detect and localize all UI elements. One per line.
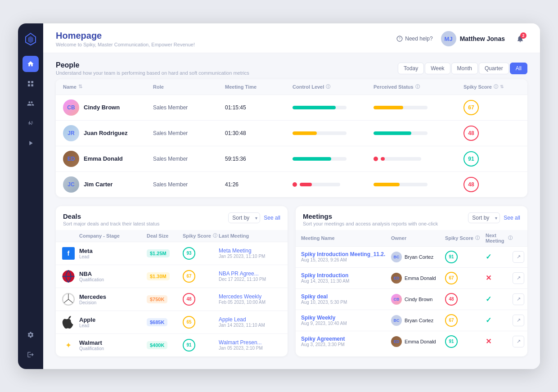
sidebar-item-play[interactable] — [22, 135, 39, 151]
deal-score-mercedes: 48 — [183, 293, 219, 306]
meeting-next-1: ✓ — [486, 252, 513, 261]
meetings-card: Meetings Sort your meetings and access a… — [296, 206, 527, 356]
sidebar-item-grid[interactable] — [22, 76, 39, 92]
notification-badge: 2 — [520, 32, 526, 39]
owner-avatar-5: ED — [391, 336, 402, 347]
people-subtitle: Understand how your team is performing b… — [56, 70, 249, 76]
role-jim: Sales Member — [153, 181, 225, 188]
owner-avatar-4: BC — [391, 315, 402, 326]
avatar-cindy: CB — [63, 99, 79, 116]
meeting-name-5: Spiky Agreement Aug 3, 2023, 3:30 PM — [301, 336, 391, 347]
control-level-jim — [292, 182, 374, 187]
sidebar-item-logout[interactable] — [22, 347, 39, 363]
deal-score-meta: 93 — [183, 247, 219, 260]
info-icon-3: ⓘ — [494, 84, 498, 90]
meetings-th-name: Meeting Name — [301, 233, 391, 243]
sidebar-item-users[interactable] — [22, 95, 39, 112]
deals-controls: Sort by See all — [228, 212, 280, 223]
role-emma: Sales Member — [153, 156, 225, 162]
perceived-status-jim — [374, 183, 464, 186]
deal-score-apple: 65 — [183, 316, 219, 329]
meeting-ext-link-3[interactable]: ↗ — [513, 293, 524, 305]
list-item: Spiky Weekly Aug 9, 2023, 10:40 AM BC Br… — [296, 310, 527, 331]
app-logo — [23, 32, 38, 47]
header: Homepage Welcome to Spiky, Master Commun… — [43, 23, 540, 53]
user-info[interactable]: MJ Matthew Jonas — [441, 31, 505, 46]
list-item: Spiky deal Aug 10, 2023, 5:30 PM CB Cind… — [296, 289, 527, 310]
user-avatar: MJ — [441, 31, 456, 46]
meeting-owner-5: ED Emma Donald — [391, 336, 445, 347]
deals-see-all[interactable]: See all — [264, 215, 280, 221]
meetings-th-owner: Owner — [391, 233, 445, 243]
meetings-sort-wrap[interactable]: Sort by — [468, 212, 500, 223]
deals-card: Deals Sort major deals and track their l… — [56, 206, 288, 356]
score-circle-jim: 48 — [464, 177, 479, 192]
perceived-status-cindy — [374, 106, 464, 109]
content-area: People Understand how your team is perfo… — [43, 53, 540, 369]
deal-logo-meta: f — [61, 246, 76, 261]
filter-today[interactable]: Today — [398, 63, 424, 74]
deal-last-meeting-meta: Meta Meeting Jan 25 2023, 11:10 PM — [219, 248, 288, 259]
deals-sort-select[interactable]: Sort by — [228, 212, 260, 223]
filter-week[interactable]: Week — [425, 63, 450, 74]
table-row: ED Emma Donald Sales Member 59:15:36 91 — [56, 146, 527, 172]
deal-score-nba: 67 — [183, 270, 219, 283]
deal-size-nba: $1.30M — [147, 272, 183, 280]
meeting-owner-1: BC Bryan Cortez — [391, 252, 445, 262]
meetings-see-all[interactable]: See all — [504, 215, 520, 221]
page-title: Homepage — [56, 31, 195, 41]
table-row: JC Jim Carter Sales Member 41:26 48 — [56, 172, 527, 197]
time-filters: Today Week Month Quarter All — [398, 63, 527, 74]
filter-all[interactable]: All — [510, 63, 527, 74]
th-role: Role — [153, 84, 225, 90]
app-window: Homepage Welcome to Spiky, Master Commun… — [18, 23, 540, 369]
meetings-subtitle: Sort your meetings and access analysis r… — [303, 221, 438, 226]
sidebar-item-home[interactable] — [22, 56, 39, 72]
deal-last-meeting-walmart: Walmart Presen... Jan 05 2023, 2:10 PM — [219, 339, 288, 351]
filter-quarter[interactable]: Quarter — [479, 63, 509, 74]
meetings-sort-select[interactable]: Sort by — [468, 212, 500, 223]
person-name-juan: Juan Rodriguez — [84, 130, 128, 136]
meeting-time-cindy: 01:15:45 — [225, 104, 292, 111]
score-circle-juan: 48 — [464, 126, 479, 141]
sort-arrows-icon-2: ⇅ — [500, 84, 504, 89]
deal-last-meeting-apple: Apple Lead Jan 14 2023, 11:10 AM — [219, 316, 288, 328]
meetings-title: Meetings — [303, 212, 438, 220]
role-cindy: Sales Member — [153, 104, 225, 111]
person-name-emma: Emma Donald — [84, 155, 123, 162]
control-level-juan — [292, 131, 374, 135]
deals-card-header: Deals Sort major deals and track their l… — [56, 206, 288, 230]
help-button[interactable]: ? Need help? — [396, 36, 432, 42]
deals-th-score: Spiky Score ⓘ — [183, 233, 219, 239]
filter-month[interactable]: Month — [451, 63, 478, 74]
people-title: People — [56, 61, 249, 69]
deals-title-group: Deals Sort major deals and track their l… — [63, 212, 160, 226]
meeting-name-2: Spiky Introduction Aug 14, 2023, 11:30 A… — [301, 272, 391, 284]
notification-button[interactable]: 2 — [513, 32, 527, 46]
people-table-header: Name ⇅ Role Meeting Time Control Level ⓘ… — [56, 79, 527, 95]
list-item: ✦ Walmart Qualification $400K 91 — [56, 334, 288, 356]
meeting-ext-link-5[interactable]: ↗ — [513, 336, 524, 347]
sidebar-item-settings[interactable] — [22, 327, 39, 343]
main-content: Homepage Welcome to Spiky, Master Commun… — [43, 23, 540, 369]
meeting-ext-link-4[interactable]: ↗ — [513, 315, 524, 326]
sidebar-item-hash[interactable] — [22, 115, 39, 131]
avatar-juan: JR — [63, 125, 79, 141]
deals-th-company: Company - Stage — [79, 233, 147, 239]
meeting-score-2: 67 — [445, 272, 486, 284]
table-row: CB Cindy Brown Sales Member 01:15:45 67 — [56, 95, 527, 121]
meeting-ext-link-1[interactable]: ↗ — [513, 251, 524, 263]
person-name-jim: Jim Carter — [84, 181, 112, 188]
meeting-owner-3: CB Cindy Brown — [391, 294, 445, 305]
th-perceived-status: Perceived Status ⓘ — [374, 84, 464, 90]
meeting-score-3: 48 — [445, 293, 486, 306]
deals-sort-wrap[interactable]: Sort by — [228, 212, 260, 223]
deals-th-size: Deal Size — [147, 233, 183, 239]
meeting-name-1: Spiky Introduction Meeting_11.2. Aug 15,… — [301, 251, 391, 262]
sidebar-bottom — [22, 327, 39, 363]
person-info-cindy: CB Cindy Brown — [63, 99, 153, 116]
meeting-ext-link-2[interactable]: ↗ — [513, 272, 524, 284]
meetings-th-action — [513, 233, 527, 243]
person-name-cindy: Cindy Brown — [84, 104, 120, 111]
avatar-emma: ED — [63, 151, 79, 167]
